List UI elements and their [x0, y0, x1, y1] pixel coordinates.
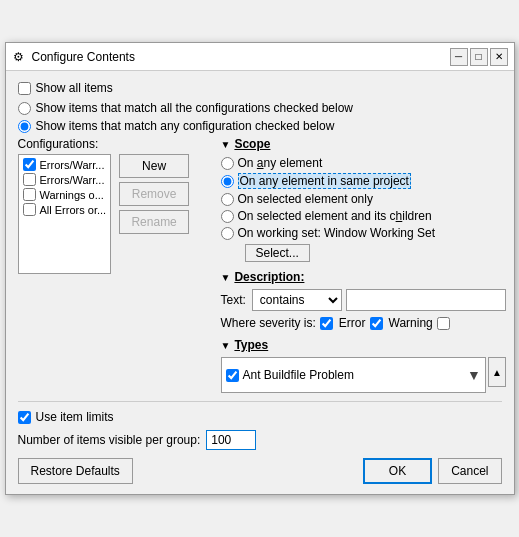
- description-header[interactable]: ▼ Description:: [221, 270, 506, 284]
- dialog-icon: ⚙: [12, 50, 26, 64]
- show-all-checkbox[interactable]: [18, 82, 31, 95]
- scope-selected-label: On selected element only: [238, 192, 373, 206]
- select-button[interactable]: Select...: [245, 244, 310, 262]
- config-item-label-1: Errors/Warr...: [40, 174, 105, 186]
- types-scroll-button[interactable]: ▲: [488, 357, 506, 387]
- types-list[interactable]: Ant Buildfile Problem ▼: [221, 357, 486, 393]
- severity-label: Where severity is:: [221, 316, 316, 330]
- scope-any-label: On any element: [238, 156, 323, 170]
- use-item-limits-label: Use item limits: [36, 410, 114, 424]
- scope-same-project-row: On any element in same project: [221, 173, 506, 189]
- scope-children-radio[interactable]: [221, 210, 234, 223]
- ant-buildfile-label: Ant Buildfile Problem: [243, 368, 354, 382]
- config-item-label-3: All Errors or...: [40, 204, 107, 216]
- restore-defaults-label: Restore Defaults: [31, 464, 120, 478]
- radio-any-row: Show items that match any configuration …: [18, 119, 502, 133]
- config-item-checkbox-1[interactable]: [23, 173, 36, 186]
- list-item[interactable]: Ant Buildfile Problem ▼: [226, 367, 481, 383]
- bottom-section: Use item limits Number of items visible …: [18, 401, 502, 484]
- radio-all-row: Show items that match all the configurat…: [18, 101, 502, 115]
- main-content: Configurations: Errors/Warr... Errors/Wa…: [18, 137, 502, 393]
- scope-label: Scope: [234, 137, 270, 151]
- config-item-checkbox-3[interactable]: [23, 203, 36, 216]
- title-bar: ⚙ Configure Contents ─ □ ✕: [6, 43, 514, 71]
- dialog-body: Show all items Show items that match all…: [6, 71, 514, 494]
- use-item-limits-row: Use item limits: [18, 410, 502, 424]
- configs-list[interactable]: Errors/Warr... Errors/Warr... Warnings o…: [18, 154, 112, 274]
- cancel-button[interactable]: Cancel: [438, 458, 501, 484]
- text-value-input[interactable]: [346, 289, 506, 311]
- scope-working-set-row: On working set: Window Working Set: [221, 226, 506, 240]
- description-triangle-icon: ▼: [221, 272, 231, 283]
- text-label: Text:: [221, 293, 246, 307]
- radio-all-label: Show items that match all the configurat…: [36, 101, 354, 115]
- configs-label: Configurations:: [18, 137, 213, 151]
- new-button[interactable]: New: [119, 154, 189, 178]
- left-panel: Configurations: Errors/Warr... Errors/Wa…: [18, 137, 213, 393]
- scope-any-row: On any element: [221, 156, 506, 170]
- types-section: ▼ Types Ant Buildfile Problem ▼: [221, 338, 506, 393]
- config-buttons: New Remove Rename: [119, 154, 189, 274]
- scope-working-set-radio[interactable]: [221, 227, 234, 240]
- scope-selected-row: On selected element only: [221, 192, 506, 206]
- scope-header[interactable]: ▼ Scope: [221, 137, 506, 151]
- scope-triangle-icon: ▼: [221, 139, 231, 150]
- remove-button[interactable]: Remove: [119, 182, 189, 206]
- types-label: Types: [234, 338, 268, 352]
- scope-children-label: On selected element and its children: [238, 209, 432, 223]
- ok-button[interactable]: OK: [363, 458, 432, 484]
- types-header[interactable]: ▼ Types: [221, 338, 506, 352]
- left-row: Errors/Warr... Errors/Warr... Warnings o…: [18, 154, 213, 274]
- configure-contents-dialog: ⚙ Configure Contents ─ □ ✕ Show all item…: [5, 42, 515, 495]
- working-set-value: Window Working Set: [324, 226, 435, 240]
- maximize-button[interactable]: □: [470, 48, 488, 66]
- config-item-checkbox-2[interactable]: [23, 188, 36, 201]
- rename-button[interactable]: Rename: [119, 210, 189, 234]
- scope-children-row: On selected element and its children: [221, 209, 506, 223]
- items-per-group-label: Number of items visible per group:: [18, 433, 201, 447]
- footer-row: Restore Defaults OK Cancel: [18, 458, 502, 484]
- dropdown-arrow-icon[interactable]: ▼: [467, 367, 481, 383]
- items-per-group-row: Number of items visible per group:: [18, 430, 502, 450]
- ant-buildfile-checkbox[interactable]: [226, 369, 239, 382]
- description-label: Description:: [234, 270, 304, 284]
- list-item[interactable]: All Errors or...: [21, 202, 109, 217]
- config-item-label-2: Warnings o...: [40, 189, 104, 201]
- description-section: ▼ Description: Text: contains starts wit…: [221, 270, 506, 330]
- use-item-limits-checkbox[interactable]: [18, 411, 31, 424]
- scope-section: ▼ Scope On any element On any element in…: [221, 137, 506, 262]
- restore-defaults-button[interactable]: Restore Defaults: [18, 458, 133, 484]
- scope-working-set-label: On working set:: [238, 226, 321, 240]
- items-per-group-input[interactable]: [206, 430, 256, 450]
- warning-label: Warning: [389, 316, 433, 330]
- minimize-button[interactable]: ─: [450, 48, 468, 66]
- scope-same-project-label: On any element in same project: [238, 173, 411, 189]
- close-button[interactable]: ✕: [490, 48, 508, 66]
- footer-right: OK Cancel: [363, 458, 502, 484]
- window-controls: ─ □ ✕: [450, 48, 508, 66]
- desc-text-row: Text: contains starts with ends with equ…: [221, 289, 506, 311]
- radio-any[interactable]: [18, 120, 31, 133]
- show-all-row: Show all items: [18, 81, 502, 95]
- right-panel: ▼ Scope On any element On any element in…: [221, 137, 506, 393]
- warning-checkbox[interactable]: [370, 317, 383, 330]
- scope-same-project-radio[interactable]: [221, 175, 234, 188]
- config-item-label-0: Errors/Warr...: [40, 159, 105, 171]
- radio-all[interactable]: [18, 102, 31, 115]
- scope-any-radio[interactable]: [221, 157, 234, 170]
- text-contains-select[interactable]: contains starts with ends with equals: [252, 289, 342, 311]
- scope-selected-radio[interactable]: [221, 193, 234, 206]
- list-item[interactable]: Errors/Warr...: [21, 157, 109, 172]
- show-all-label: Show all items: [36, 81, 113, 95]
- list-item[interactable]: Warnings o...: [21, 187, 109, 202]
- types-row: Ant Buildfile Problem ▼ ▲: [221, 357, 506, 393]
- types-triangle-icon: ▼: [221, 340, 231, 351]
- error-label: Error: [339, 316, 366, 330]
- list-item[interactable]: Errors/Warr...: [21, 172, 109, 187]
- radio-any-label: Show items that match any configuration …: [36, 119, 335, 133]
- dialog-title: Configure Contents: [32, 50, 450, 64]
- other-severity-checkbox[interactable]: [437, 317, 450, 330]
- select-btn-row: Select...: [241, 244, 506, 262]
- config-item-checkbox-0[interactable]: [23, 158, 36, 171]
- error-checkbox[interactable]: [320, 317, 333, 330]
